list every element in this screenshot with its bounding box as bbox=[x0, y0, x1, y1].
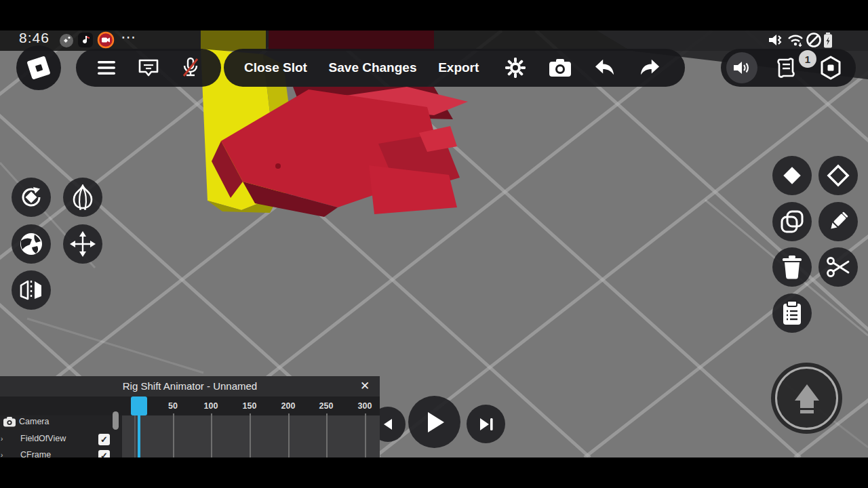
timeline-area[interactable] bbox=[122, 415, 380, 458]
jump-button-ring bbox=[775, 367, 838, 430]
tick-label: 250 bbox=[319, 401, 334, 411]
track-scrollbar[interactable] bbox=[113, 411, 119, 430]
undo-icon[interactable] bbox=[590, 53, 620, 83]
edit-pencil-button[interactable] bbox=[818, 202, 858, 241]
grid-line bbox=[288, 413, 290, 458]
do-not-disturb-icon bbox=[806, 32, 822, 48]
settings-gear-icon[interactable] bbox=[500, 53, 530, 83]
chevron-right-icon[interactable]: › bbox=[1, 435, 3, 443]
mic-muted-icon[interactable] bbox=[176, 53, 205, 83]
more-dots-icon: ⋯ bbox=[121, 28, 137, 46]
close-slot-button[interactable]: Close Slot bbox=[244, 60, 307, 75]
music-app-icon bbox=[77, 32, 94, 48]
track-row-cframe[interactable]: CFrame bbox=[20, 450, 51, 458]
keyframe-outline-button[interactable] bbox=[818, 156, 858, 195]
chat-icon[interactable] bbox=[134, 53, 163, 83]
onion-skin-tool-button[interactable] bbox=[63, 178, 102, 217]
wifi-icon bbox=[787, 33, 804, 47]
mirror-tool-button[interactable] bbox=[12, 270, 51, 310]
letterbox-bottom bbox=[0, 458, 868, 488]
screen: 8:46 ⋯ bbox=[0, 0, 868, 488]
rotate-tool-button[interactable] bbox=[12, 178, 51, 217]
close-icon[interactable]: ✕ bbox=[357, 378, 373, 394]
tick-label: 300 bbox=[358, 401, 372, 411]
grid-line bbox=[365, 413, 366, 458]
grid-line bbox=[326, 413, 328, 458]
tick-label: 150 bbox=[243, 401, 257, 411]
cut-scissors-button[interactable] bbox=[818, 247, 858, 287]
jump-button[interactable] bbox=[771, 363, 842, 434]
track-row-camera[interactable]: Camera bbox=[19, 417, 49, 426]
toolbar-right-pill bbox=[721, 49, 856, 87]
toolbar-left-pill bbox=[76, 49, 221, 87]
skip-end-button[interactable] bbox=[467, 405, 505, 443]
grid-line bbox=[250, 413, 251, 458]
world-space-tool-button[interactable] bbox=[12, 224, 51, 264]
battery-charging-icon bbox=[823, 32, 834, 49]
cframe-checkbox[interactable]: ✓ bbox=[98, 450, 110, 458]
tick-label: 50 bbox=[168, 401, 178, 411]
fieldofview-checkbox[interactable]: ✓ bbox=[98, 434, 110, 445]
panel-title-bar[interactable]: Rig Shift Animator - Unnamed ✕ bbox=[0, 376, 380, 396]
playhead-line bbox=[138, 414, 140, 458]
frame-zero-line bbox=[134, 415, 136, 458]
redo-icon[interactable] bbox=[635, 53, 665, 83]
export-button[interactable]: Export bbox=[438, 60, 479, 75]
play-button[interactable] bbox=[408, 396, 460, 448]
grid-line bbox=[211, 413, 212, 458]
rig-shift-animator-panel: Rig Shift Animator - Unnamed ✕ 50 100 15… bbox=[0, 376, 380, 458]
camera-icon bbox=[3, 417, 17, 427]
track-row-fieldofview[interactable]: FieldOfView bbox=[20, 434, 66, 443]
tick-label: 200 bbox=[281, 401, 296, 411]
letterbox-top bbox=[0, 0, 868, 30]
sound-muted-icon bbox=[768, 33, 784, 47]
clipboard-button[interactable] bbox=[772, 293, 812, 333]
game-booster-icon bbox=[59, 33, 74, 48]
timeline-ruler[interactable]: 50 100 150 200 250 300 bbox=[0, 396, 380, 415]
status-clock: 8:46 bbox=[19, 30, 50, 46]
notification-badge: 1 bbox=[799, 50, 816, 68]
save-changes-button[interactable]: Save Changes bbox=[329, 60, 417, 75]
grid-line bbox=[173, 413, 174, 458]
menu-icon[interactable] bbox=[92, 53, 121, 83]
delete-trash-button[interactable] bbox=[772, 247, 812, 287]
keyframe-add-button[interactable] bbox=[772, 156, 812, 195]
playhead[interactable] bbox=[131, 396, 147, 415]
duplicate-button[interactable] bbox=[772, 202, 812, 241]
panel-title: Rig Shift Animator - Unnamed bbox=[0, 376, 380, 396]
screen-record-icon bbox=[97, 31, 115, 49]
robux-icon[interactable] bbox=[818, 56, 843, 80]
roblox-menu-button[interactable] bbox=[16, 45, 61, 90]
roblox-logo-icon bbox=[26, 56, 50, 79]
tick-label: 100 bbox=[204, 401, 218, 411]
toolbar-center-pill: Close Slot Save Changes Export bbox=[224, 49, 685, 87]
move-tool-button[interactable] bbox=[63, 224, 102, 264]
scroll-list-icon[interactable] bbox=[774, 56, 798, 80]
screenshot-camera-icon[interactable] bbox=[545, 53, 575, 83]
volume-icon[interactable] bbox=[726, 52, 757, 83]
chevron-right-icon[interactable]: › bbox=[1, 451, 3, 458]
